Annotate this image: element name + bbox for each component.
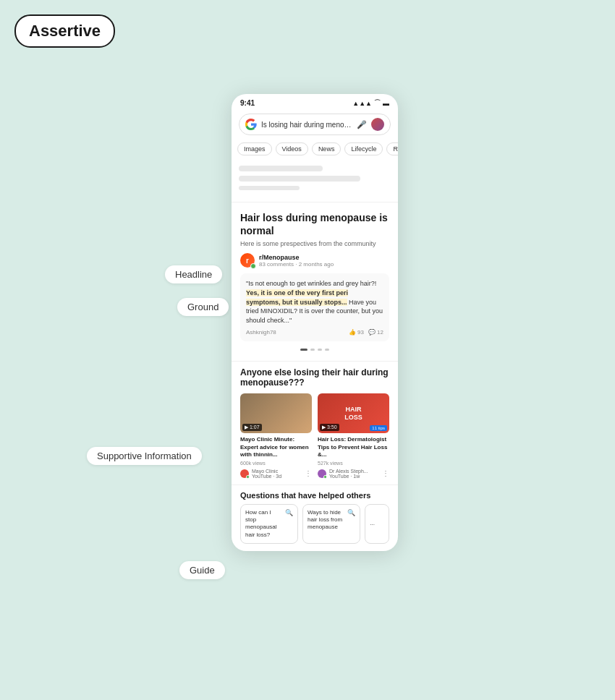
microphone-icon[interactable]: 🎤 <box>357 120 367 129</box>
question-chip-1[interactable]: How can I stop menopausal hair loss? 🔍 <box>240 504 298 545</box>
quote-card: "Is not enough to get wrinkles and grey … <box>240 273 389 341</box>
dot-2 <box>310 349 315 351</box>
channel-more-2[interactable]: ⋮ <box>382 469 389 477</box>
channel-avatar-2 <box>318 469 326 478</box>
quote-author: Ashknigh78 <box>246 329 276 336</box>
filter-chip-lifecycle[interactable]: Lifecycle <box>344 142 383 155</box>
search-bar[interactable]: Is losing hair during menopaus... 🎤 <box>239 114 391 135</box>
channel-info-1: Mayo Clinic YouTube · 3d <box>252 469 302 479</box>
quote-stats: 👍 93 💬 12 <box>349 329 383 336</box>
video-thumb-1: ▶ 1:07 <box>240 393 312 433</box>
channel-platform-2: YouTube · 1w <box>329 474 379 479</box>
phone-mockup: 9:41 ▲▲▲ ⌒ ▬ Is losing hair during menop… <box>232 94 398 551</box>
quote-actions: Ashknigh78 👍 93 💬 12 <box>246 329 383 336</box>
video-channel-2: Dr Alexis Steph... YouTube · 1w ⋮ <box>318 469 389 479</box>
skeleton-bar-1 <box>239 166 323 171</box>
main-content-card: Hair loss during menopause is normal Her… <box>232 202 398 362</box>
question-search-icon-1: 🔍 <box>285 509 293 516</box>
channel-name-1: Mayo Clinic <box>252 469 302 474</box>
filter-chip-images[interactable]: Images <box>237 142 272 155</box>
videos-section-title: Anyone else losing their hair during men… <box>240 367 389 388</box>
question-chip-3[interactable]: ... <box>365 504 389 545</box>
video-title-1: Mayo Clinic Minute: Expert advice for wo… <box>240 436 312 458</box>
questions-title: Questions that have helped others <box>240 491 389 500</box>
videos-row: ▶ 1:07 Mayo Clinic Minute: Expert advice… <box>240 393 389 478</box>
filter-chip-videos[interactable]: Videos <box>276 142 308 155</box>
filter-chip-more[interactable]: Re... <box>386 142 398 155</box>
card-title: Hair loss during menopause is normal <box>240 211 389 237</box>
skeleton-bar-2 <box>239 176 360 182</box>
video-views-2: 527k views <box>318 461 389 466</box>
channel-info-2: Dr Alexis Steph... YouTube · 1w <box>329 469 379 479</box>
annotation-guide: Guide <box>179 561 225 579</box>
annotation-ground: Ground <box>177 298 229 316</box>
dot-1 <box>300 349 308 351</box>
channel-badge-1 <box>246 475 250 479</box>
status-icons: ▲▲▲ ⌒ ▬ <box>352 98 389 108</box>
logo: Assertive <box>14 14 115 48</box>
channel-name-2: Dr Alexis Steph... <box>329 469 379 474</box>
comment-count: 💬 12 <box>368 329 383 336</box>
questions-row: How can I stop menopausal hair loss? 🔍 W… <box>240 504 389 545</box>
videos-section: Anyone else losing their hair during men… <box>232 362 398 485</box>
channel-avatar-1 <box>240 469 249 478</box>
video-title-2: Hair Loss: Dermatologist Tips to Prevent… <box>318 436 389 458</box>
annotation-headline: Headline <box>165 265 222 283</box>
skeleton-bar-3 <box>239 186 300 190</box>
video-thumb-2: HAIRLOSS ▶ 3:50 11 tips <box>318 393 389 433</box>
question-text-3: ... <box>370 520 384 527</box>
quote-text: "Is not enough to get wrinkles and grey … <box>246 279 383 325</box>
video-duration-1: ▶ 1:07 <box>242 424 262 431</box>
question-text-1: How can I stop menopausal hair loss? <box>245 509 282 539</box>
video-type-badge: 11 tips <box>370 425 387 431</box>
status-bar: 9:41 ▲▲▲ ⌒ ▬ <box>232 94 398 111</box>
filter-chips: Images Videos News Lifecycle Re... <box>232 140 398 160</box>
signal-icon: ▲▲▲ <box>352 100 372 107</box>
card-subtitle: Here is some prespectives from the commu… <box>240 240 389 247</box>
search-query: Is losing hair during menopaus... <box>261 121 352 129</box>
video-duration-2: ▶ 3:50 <box>320 424 339 431</box>
reddit-avatar: r <box>240 253 255 268</box>
status-time: 9:41 <box>240 99 255 107</box>
source-name: r/Menopause <box>259 254 334 261</box>
channel-badge-2 <box>323 475 327 479</box>
source-badge <box>250 263 256 269</box>
google-logo-icon <box>245 119 257 130</box>
dot-3 <box>318 349 322 351</box>
logo-text: Assertive <box>29 22 101 40</box>
channel-more-1[interactable]: ⋮ <box>305 469 312 477</box>
user-avatar[interactable] <box>371 118 384 131</box>
channel-platform-1: YouTube · 3d <box>252 474 302 479</box>
video-card-1[interactable]: ▶ 1:07 Mayo Clinic Minute: Expert advice… <box>240 393 312 478</box>
highlighted-text: Yes, it is one of the very first peri sy… <box>246 289 348 306</box>
source-info: r/Menopause 83 comments · 2 months ago <box>259 254 334 268</box>
dot-4 <box>325 349 329 351</box>
annotation-supportive: Supportive Information <box>87 447 202 465</box>
filter-chip-news[interactable]: News <box>312 142 342 155</box>
pagination-dots <box>240 346 389 355</box>
question-chip-2[interactable]: Ways to hide hair loss from menopause 🔍 <box>302 504 360 545</box>
question-text-2: Ways to hide hair loss from menopause <box>308 509 344 532</box>
video-views-1: 600k views <box>240 461 312 466</box>
hair-loss-title: HAIRLOSS <box>344 406 362 422</box>
skeleton-loading <box>232 160 398 202</box>
wifi-icon: ⌒ <box>374 98 381 108</box>
source-row: r r/Menopause 83 comments · 2 months ago <box>240 253 389 268</box>
battery-icon: ▬ <box>383 100 389 107</box>
source-meta: 83 comments · 2 months ago <box>259 261 334 268</box>
question-search-icon-2: 🔍 <box>347 509 355 516</box>
upvote-count: 👍 93 <box>349 329 364 336</box>
video-card-2[interactable]: HAIRLOSS ▶ 3:50 11 tips Hair Loss: Derma… <box>318 393 389 478</box>
video-channel-1: Mayo Clinic YouTube · 3d ⋮ <box>240 469 312 479</box>
questions-section: Questions that have helped others How ca… <box>232 485 398 552</box>
